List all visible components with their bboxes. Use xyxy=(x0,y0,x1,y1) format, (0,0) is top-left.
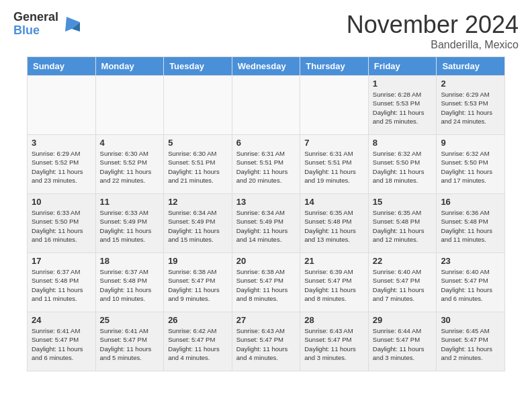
day-number: 17 xyxy=(32,256,91,266)
calendar-cell: 6Sunrise: 6:31 AM Sunset: 5:51 PM Daylig… xyxy=(232,135,300,194)
logo-general: General xyxy=(13,11,58,24)
calendar-cell: 15Sunrise: 6:35 AM Sunset: 5:48 PM Dayli… xyxy=(368,194,437,253)
calendar-cell: 17Sunrise: 6:37 AM Sunset: 5:48 PM Dayli… xyxy=(28,253,96,312)
cell-info: Sunrise: 6:38 AM Sunset: 5:47 PM Dayligh… xyxy=(236,267,296,303)
calendar-cell: 7Sunrise: 6:31 AM Sunset: 5:51 PM Daylig… xyxy=(300,135,369,194)
page-header: General Blue November 2024 Banderilla, M… xyxy=(0,0,532,56)
cell-info: Sunrise: 6:29 AM Sunset: 5:53 PM Dayligh… xyxy=(441,90,500,126)
day-number: 16 xyxy=(441,197,500,207)
day-number: 15 xyxy=(373,197,433,207)
weekday-header-wednesday: Wednesday xyxy=(232,57,300,76)
day-number: 25 xyxy=(100,315,160,325)
calendar-week-5: 24Sunrise: 6:41 AM Sunset: 5:47 PM Dayli… xyxy=(28,312,505,371)
cell-info: Sunrise: 6:35 AM Sunset: 5:48 PM Dayligh… xyxy=(304,208,364,244)
day-number: 2 xyxy=(441,79,500,89)
day-number: 21 xyxy=(304,256,364,266)
day-number: 24 xyxy=(32,315,91,325)
day-number: 7 xyxy=(304,138,364,148)
cell-info: Sunrise: 6:39 AM Sunset: 5:47 PM Dayligh… xyxy=(304,267,364,303)
cell-info: Sunrise: 6:38 AM Sunset: 5:47 PM Dayligh… xyxy=(168,267,228,303)
calendar-cell: 30Sunrise: 6:45 AM Sunset: 5:47 PM Dayli… xyxy=(437,312,505,371)
day-number: 29 xyxy=(373,315,433,325)
day-number: 6 xyxy=(236,138,296,148)
day-number: 19 xyxy=(168,256,228,266)
calendar-cell xyxy=(28,76,96,135)
cell-info: Sunrise: 6:34 AM Sunset: 5:49 PM Dayligh… xyxy=(236,208,296,244)
calendar-week-3: 10Sunrise: 6:33 AM Sunset: 5:50 PM Dayli… xyxy=(28,194,505,253)
calendar-cell: 12Sunrise: 6:34 AM Sunset: 5:49 PM Dayli… xyxy=(164,194,232,253)
day-number: 27 xyxy=(236,315,296,325)
cell-info: Sunrise: 6:40 AM Sunset: 5:47 PM Dayligh… xyxy=(373,267,433,303)
calendar-cell: 11Sunrise: 6:33 AM Sunset: 5:49 PM Dayli… xyxy=(95,194,164,253)
weekday-header-sunday: Sunday xyxy=(28,57,96,76)
calendar-cell: 16Sunrise: 6:36 AM Sunset: 5:48 PM Dayli… xyxy=(437,194,505,253)
calendar-week-2: 3Sunrise: 6:29 AM Sunset: 5:52 PM Daylig… xyxy=(28,135,505,194)
calendar-cell xyxy=(300,76,369,135)
calendar-cell xyxy=(95,76,164,135)
day-number: 13 xyxy=(236,197,296,207)
logo-text: General Blue xyxy=(13,11,58,38)
cell-info: Sunrise: 6:41 AM Sunset: 5:47 PM Dayligh… xyxy=(32,326,91,362)
cell-info: Sunrise: 6:33 AM Sunset: 5:49 PM Dayligh… xyxy=(100,208,160,244)
cell-info: Sunrise: 6:42 AM Sunset: 5:47 PM Dayligh… xyxy=(168,326,228,362)
cell-info: Sunrise: 6:45 AM Sunset: 5:47 PM Dayligh… xyxy=(441,326,500,362)
cell-info: Sunrise: 6:44 AM Sunset: 5:47 PM Dayligh… xyxy=(373,326,433,362)
calendar-cell xyxy=(232,76,300,135)
calendar-cell: 13Sunrise: 6:34 AM Sunset: 5:49 PM Dayli… xyxy=(232,194,300,253)
weekday-header-thursday: Thursday xyxy=(300,57,369,76)
calendar-cell xyxy=(164,76,232,135)
calendar-cell: 20Sunrise: 6:38 AM Sunset: 5:47 PM Dayli… xyxy=(232,253,300,312)
logo-blue: Blue xyxy=(13,24,58,38)
cell-info: Sunrise: 6:33 AM Sunset: 5:50 PM Dayligh… xyxy=(32,208,91,244)
calendar-cell: 22Sunrise: 6:40 AM Sunset: 5:47 PM Dayli… xyxy=(368,253,437,312)
cell-info: Sunrise: 6:28 AM Sunset: 5:53 PM Dayligh… xyxy=(373,90,433,126)
cell-info: Sunrise: 6:37 AM Sunset: 5:48 PM Dayligh… xyxy=(100,267,160,303)
cell-info: Sunrise: 6:40 AM Sunset: 5:47 PM Dayligh… xyxy=(441,267,500,303)
cell-info: Sunrise: 6:43 AM Sunset: 5:47 PM Dayligh… xyxy=(304,326,364,362)
calendar-cell: 28Sunrise: 6:43 AM Sunset: 5:47 PM Dayli… xyxy=(300,312,369,371)
day-number: 12 xyxy=(168,197,228,207)
cell-info: Sunrise: 6:43 AM Sunset: 5:47 PM Dayligh… xyxy=(236,326,296,362)
calendar-cell: 29Sunrise: 6:44 AM Sunset: 5:47 PM Dayli… xyxy=(368,312,437,371)
cell-info: Sunrise: 6:41 AM Sunset: 5:47 PM Dayligh… xyxy=(100,326,160,362)
cell-info: Sunrise: 6:31 AM Sunset: 5:51 PM Dayligh… xyxy=(304,149,364,185)
weekday-header-row: SundayMondayTuesdayWednesdayThursdayFrid… xyxy=(28,57,505,76)
logo: General Blue xyxy=(13,11,81,38)
cell-info: Sunrise: 6:30 AM Sunset: 5:52 PM Dayligh… xyxy=(100,149,160,185)
calendar-cell: 23Sunrise: 6:40 AM Sunset: 5:47 PM Dayli… xyxy=(437,253,505,312)
day-number: 5 xyxy=(168,138,228,148)
calendar-table: SundayMondayTuesdayWednesdayThursdayFrid… xyxy=(27,56,505,371)
page-container: General Blue November 2024 Banderilla, M… xyxy=(0,0,532,371)
weekday-header-monday: Monday xyxy=(95,57,164,76)
logo-icon xyxy=(61,14,81,34)
title-section: November 2024 Banderilla, Mexico xyxy=(347,11,519,51)
cell-info: Sunrise: 6:31 AM Sunset: 5:51 PM Dayligh… xyxy=(236,149,296,185)
location: Banderilla, Mexico xyxy=(347,39,519,51)
cell-info: Sunrise: 6:35 AM Sunset: 5:48 PM Dayligh… xyxy=(373,208,433,244)
calendar-week-1: 1Sunrise: 6:28 AM Sunset: 5:53 PM Daylig… xyxy=(28,76,505,135)
day-number: 4 xyxy=(100,138,160,148)
calendar-cell: 8Sunrise: 6:32 AM Sunset: 5:50 PM Daylig… xyxy=(368,135,437,194)
calendar-week-4: 17Sunrise: 6:37 AM Sunset: 5:48 PM Dayli… xyxy=(28,253,505,312)
calendar-cell: 27Sunrise: 6:43 AM Sunset: 5:47 PM Dayli… xyxy=(232,312,300,371)
cell-info: Sunrise: 6:34 AM Sunset: 5:49 PM Dayligh… xyxy=(168,208,228,244)
day-number: 18 xyxy=(100,256,160,266)
calendar-cell: 10Sunrise: 6:33 AM Sunset: 5:50 PM Dayli… xyxy=(28,194,96,253)
calendar-cell: 24Sunrise: 6:41 AM Sunset: 5:47 PM Dayli… xyxy=(28,312,96,371)
day-number: 8 xyxy=(373,138,433,148)
calendar-cell: 2Sunrise: 6:29 AM Sunset: 5:53 PM Daylig… xyxy=(437,76,505,135)
cell-info: Sunrise: 6:29 AM Sunset: 5:52 PM Dayligh… xyxy=(32,149,91,185)
day-number: 14 xyxy=(304,197,364,207)
cell-info: Sunrise: 6:32 AM Sunset: 5:50 PM Dayligh… xyxy=(441,149,500,185)
calendar-cell: 19Sunrise: 6:38 AM Sunset: 5:47 PM Dayli… xyxy=(164,253,232,312)
day-number: 1 xyxy=(373,79,433,89)
calendar-cell: 21Sunrise: 6:39 AM Sunset: 5:47 PM Dayli… xyxy=(300,253,369,312)
calendar-cell: 1Sunrise: 6:28 AM Sunset: 5:53 PM Daylig… xyxy=(368,76,437,135)
calendar-cell: 25Sunrise: 6:41 AM Sunset: 5:47 PM Dayli… xyxy=(95,312,164,371)
calendar-cell: 3Sunrise: 6:29 AM Sunset: 5:52 PM Daylig… xyxy=(28,135,96,194)
cell-info: Sunrise: 6:37 AM Sunset: 5:48 PM Dayligh… xyxy=(32,267,91,303)
calendar-cell: 9Sunrise: 6:32 AM Sunset: 5:50 PM Daylig… xyxy=(437,135,505,194)
month-title: November 2024 xyxy=(347,11,519,39)
cell-info: Sunrise: 6:36 AM Sunset: 5:48 PM Dayligh… xyxy=(441,208,500,244)
cell-info: Sunrise: 6:30 AM Sunset: 5:51 PM Dayligh… xyxy=(168,149,228,185)
